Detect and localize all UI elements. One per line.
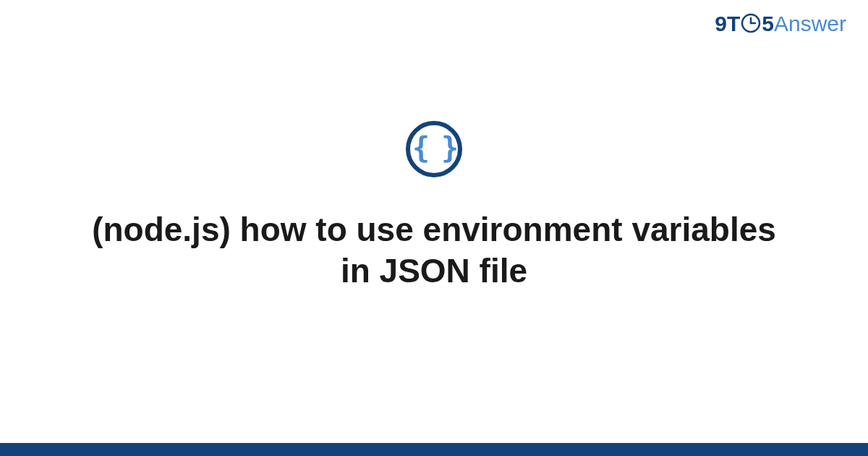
page-title: (node.js) how to use environment variabl… (87, 209, 781, 292)
footer-accent-bar (0, 443, 868, 456)
json-braces-icon: { } (412, 133, 456, 162)
main-content: { } (node.js) how to use environment var… (0, 0, 868, 456)
topic-icon-badge: { } (406, 121, 462, 177)
